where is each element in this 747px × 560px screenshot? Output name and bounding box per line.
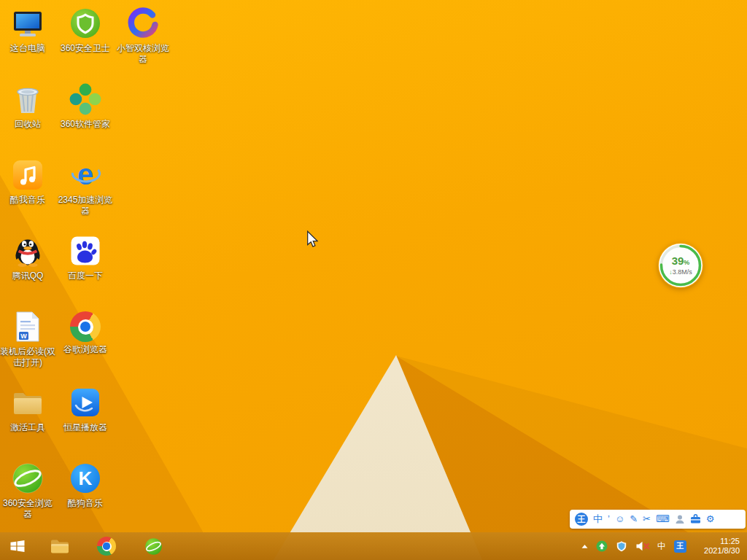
360-guard-icon bbox=[68, 6, 103, 41]
desktop-icon-360-guard[interactable]: 360安全卫士 bbox=[58, 6, 113, 54]
360-browser-icon bbox=[144, 537, 163, 556]
download-percent: 39% bbox=[672, 255, 690, 268]
download-speed: ↓3.8M/s bbox=[669, 268, 692, 276]
kugou-music-icon: K bbox=[68, 461, 103, 496]
desktop-icon-xiaozhi-browser[interactable]: 小智双核浏览器 bbox=[115, 6, 171, 65]
tray-volume-button[interactable] bbox=[635, 540, 649, 552]
desktop-icon-360-browser[interactable]: 360安全浏览器 bbox=[0, 461, 55, 520]
tray-ime-logo-icon[interactable]: 王 bbox=[674, 540, 686, 553]
desktop-icon-baidu[interactable]: 百度一下 bbox=[58, 233, 113, 281]
clock-time: 11:25 bbox=[694, 537, 740, 546]
windows-logo-icon bbox=[9, 537, 26, 555]
taskbar: 中 王 11:25 2021/8/30 bbox=[0, 532, 747, 560]
ime-toolbar: 王 中 ’ ☺ ✎ ✂ ⌨ ⚙ bbox=[570, 510, 746, 529]
icon-label: 小智双核浏览器 bbox=[115, 43, 171, 65]
icon-label: 酷狗音乐 bbox=[58, 498, 113, 509]
desktop-icon-chrome[interactable]: 谷歌浏览器 bbox=[58, 309, 113, 355]
baidu-paw-icon bbox=[68, 233, 103, 268]
tray-security-icon[interactable] bbox=[616, 540, 627, 552]
icon-label: 谷歌浏览器 bbox=[58, 344, 113, 355]
icon-label: 这台电脑 bbox=[0, 43, 55, 54]
desktop-icon-2345-browser[interactable]: e 2345加速浏览器 bbox=[58, 158, 113, 217]
kuwo-music-icon bbox=[10, 158, 45, 192]
tray-clock[interactable]: 11:25 2021/8/30 bbox=[694, 537, 740, 556]
ime-account-button[interactable] bbox=[675, 514, 685, 524]
ime-emoji-button[interactable]: ☺ bbox=[615, 513, 624, 526]
desktop-icon-this-pc[interactable]: 这台电脑 bbox=[0, 6, 55, 54]
xiaozhi-browser-icon bbox=[125, 6, 160, 41]
ime-logo-icon[interactable]: 王 bbox=[575, 513, 588, 526]
toolbox-icon bbox=[690, 514, 701, 524]
tray-360-speed-icon[interactable] bbox=[596, 540, 608, 552]
chevron-up-icon bbox=[581, 544, 588, 549]
svg-text:W: W bbox=[20, 332, 27, 340]
shield-icon bbox=[616, 540, 627, 552]
desktop-icon-kugou-music[interactable]: K 酷狗音乐 bbox=[58, 461, 113, 509]
tray-show-hidden-icons-button[interactable] bbox=[581, 544, 588, 549]
volume-muted-icon bbox=[635, 540, 649, 552]
2345-browser-icon: e bbox=[68, 158, 103, 192]
icon-label: 装机后必读(双击打开) bbox=[0, 346, 55, 368]
360-browser-icon bbox=[10, 461, 45, 496]
desktop-icon-recycle-bin[interactable]: 回收站 bbox=[0, 82, 55, 130]
icon-label: 360安全卫士 bbox=[58, 43, 113, 54]
icon-label: 百度一下 bbox=[58, 271, 113, 281]
icon-label: 腾讯QQ bbox=[0, 271, 55, 281]
taskbar-pinned-apps bbox=[45, 532, 168, 560]
icon-label: 360安全浏览器 bbox=[0, 498, 55, 520]
ime-settings-button[interactable]: ⚙ bbox=[706, 513, 715, 526]
svg-text:K: K bbox=[79, 467, 93, 489]
desktop-icon-activation-tools[interactable]: 激活工具 bbox=[0, 385, 55, 433]
start-button[interactable] bbox=[0, 532, 35, 560]
person-icon bbox=[675, 514, 685, 524]
ime-screenshot-button[interactable]: ✂ bbox=[643, 513, 651, 526]
desktop-icon-readme[interactable]: W 装机后必读(双击打开) bbox=[0, 309, 55, 368]
green-up-arrow-icon bbox=[596, 540, 608, 552]
svg-text:e: e bbox=[77, 158, 93, 190]
chrome-icon bbox=[97, 537, 116, 556]
360-software-manager-icon bbox=[68, 82, 103, 117]
folder-icon bbox=[10, 385, 45, 420]
desktop-icon-star-player[interactable]: 恒星播放器 bbox=[58, 385, 113, 433]
icon-label: 酷我音乐 bbox=[0, 195, 55, 206]
icon-label: 回收站 bbox=[0, 119, 55, 130]
this-pc-icon bbox=[10, 6, 45, 41]
system-tray: 中 王 11:25 2021/8/30 bbox=[581, 537, 747, 556]
ime-keyboard-button[interactable]: ⌨ bbox=[656, 513, 670, 526]
tray-input-language-indicator[interactable]: 中 bbox=[657, 540, 666, 553]
mouse-cursor bbox=[306, 230, 318, 248]
qq-penguin-icon bbox=[10, 233, 45, 268]
desktop-icon-kuwo-music[interactable]: 酷我音乐 bbox=[0, 158, 55, 206]
star-player-icon bbox=[68, 385, 103, 420]
taskbar-file-explorer-button[interactable] bbox=[45, 532, 74, 560]
taskbar-chrome-button[interactable] bbox=[92, 532, 121, 560]
speed-ball-widget[interactable]: 39% ↓3.8M/s bbox=[658, 243, 703, 288]
desktop-icon-tencent-qq[interactable]: 腾讯QQ bbox=[0, 233, 55, 281]
recycle-bin-icon bbox=[10, 82, 45, 117]
icon-label: 360软件管家 bbox=[58, 119, 113, 130]
file-explorer-icon bbox=[50, 537, 70, 555]
speed-widget-content: 39% ↓3.8M/s bbox=[658, 243, 703, 288]
readme-document-icon: W bbox=[10, 309, 45, 344]
icon-label: 2345加速浏览器 bbox=[58, 195, 113, 217]
clock-date: 2021/8/30 bbox=[694, 546, 740, 556]
desktop-icon-360-software-manager[interactable]: 360软件管家 bbox=[58, 82, 113, 130]
ime-toolbox-button[interactable] bbox=[690, 514, 701, 524]
desktop: 这台电脑 回收站 酷我音乐 bbox=[0, 0, 747, 560]
ime-language-button[interactable]: 中 bbox=[593, 513, 603, 526]
icon-label: 激活工具 bbox=[0, 422, 55, 433]
chrome-icon bbox=[70, 311, 101, 342]
ime-punctuation-button[interactable]: ’ bbox=[608, 513, 610, 526]
icon-label: 恒星播放器 bbox=[58, 422, 113, 433]
taskbar-360-browser-button[interactable] bbox=[139, 532, 168, 560]
ime-handwriting-button[interactable]: ✎ bbox=[630, 513, 638, 526]
